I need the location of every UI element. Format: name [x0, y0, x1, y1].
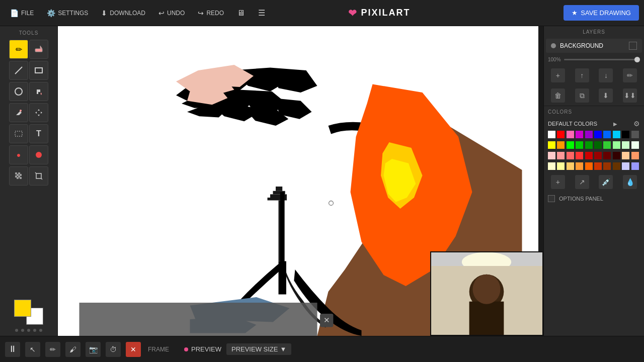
color-swatch[interactable]	[548, 141, 555, 149]
fill-palette-button[interactable]: 💧	[623, 175, 637, 189]
shading-tool[interactable]	[29, 145, 48, 164]
color-swatch[interactable]	[576, 152, 583, 159]
svg-rect-7	[15, 131, 22, 136]
pencil-tool[interactable]: ✏	[9, 40, 28, 59]
color-swatch[interactable]	[567, 162, 574, 170]
svg-point-8	[36, 152, 42, 158]
color-swatch[interactable]	[585, 131, 593, 138]
text-tool[interactable]: T	[29, 124, 48, 143]
opacity-slider-track[interactable]	[564, 59, 640, 60]
color-swatch[interactable]	[576, 131, 583, 138]
color-swatch[interactable]	[613, 141, 620, 149]
tool-row-4	[9, 103, 48, 122]
display-button[interactable]: 🖥	[232, 6, 250, 20]
color-swatch[interactable]	[613, 162, 620, 170]
color-swatch[interactable]	[622, 162, 629, 170]
marquee-tool[interactable]	[9, 124, 28, 143]
move-layer-up-button[interactable]: ↑	[575, 68, 589, 82]
color-swatch[interactable]	[594, 131, 602, 138]
eraser-tool[interactable]	[29, 40, 48, 59]
pencil-tool-bottom[interactable]: ✏	[45, 342, 60, 357]
close-button[interactable]: ✕	[126, 342, 141, 357]
move-tool[interactable]	[29, 103, 48, 122]
flatten-layer-button[interactable]: ⬇⬇	[623, 88, 637, 103]
color-swatch[interactable]	[622, 152, 629, 159]
save-drawing-button[interactable]: ★ SAVE DRAWING	[564, 5, 639, 21]
color-swatch[interactable]	[567, 141, 574, 149]
color-swatch[interactable]	[603, 162, 611, 170]
paintbucket-tool[interactable]: ●	[9, 145, 28, 164]
brush-tool-bottom[interactable]: 🖌	[65, 342, 80, 357]
opacity-slider-thumb[interactable]	[634, 57, 640, 62]
color-swatch[interactable]	[567, 131, 574, 138]
crop-tool[interactable]	[29, 166, 48, 186]
color-swatch[interactable]	[622, 131, 629, 138]
background-layer-item[interactable]: BACKGROUND	[546, 39, 642, 53]
color-swatch[interactable]	[603, 131, 611, 138]
duplicate-layer-button[interactable]: ⧉	[575, 88, 589, 103]
color-swatch[interactable]	[594, 141, 602, 149]
file-button[interactable]: 📄 FILE	[5, 7, 39, 20]
foreground-color-swatch[interactable]	[14, 300, 31, 317]
color-swatch[interactable]	[613, 131, 620, 138]
redo-button[interactable]: ↪ REDO	[193, 7, 229, 20]
layers-header: LAYERS	[544, 26, 644, 38]
color-swatch[interactable]	[594, 152, 602, 159]
color-swatch[interactable]	[594, 162, 602, 170]
color-swatch[interactable]	[631, 162, 639, 170]
svg-rect-46	[268, 198, 287, 201]
svg-rect-17	[36, 173, 41, 178]
undo-button[interactable]: ↩ UNDO	[153, 7, 190, 20]
line-tool[interactable]	[9, 61, 28, 80]
color-swatch[interactable]	[557, 131, 565, 138]
preview-size-button[interactable]: PREVIEW SIZE ▼	[226, 343, 291, 355]
color-swatch[interactable]	[631, 131, 639, 138]
color-swatch[interactable]	[622, 141, 629, 149]
dither-tool[interactable]	[9, 166, 28, 186]
merge-layer-button[interactable]: ⬇	[599, 88, 613, 103]
options-panel-label: OPTIONS PANEL	[559, 196, 603, 202]
color-swatch[interactable]	[567, 152, 574, 159]
color-swatch[interactable]	[585, 152, 593, 159]
color-swatch[interactable]	[576, 162, 583, 170]
camera-tool-bottom[interactable]: 📷	[86, 342, 101, 357]
colors-section-header: COLORS	[544, 106, 644, 118]
clock-tool-bottom[interactable]: ⏱	[106, 342, 121, 357]
color-swatch[interactable]	[585, 141, 593, 149]
color-swatch[interactable]	[585, 162, 593, 170]
fill-tool[interactable]	[29, 82, 48, 101]
color-swatch[interactable]	[557, 141, 565, 149]
add-layer-button[interactable]: +	[551, 68, 565, 82]
color-swatch[interactable]	[548, 152, 555, 159]
color-swatch[interactable]	[603, 141, 611, 149]
pause-button[interactable]: ⏸	[5, 342, 20, 357]
menu-button[interactable]: ☰	[253, 6, 270, 20]
color-swatch[interactable]	[548, 162, 555, 170]
delete-layer-button[interactable]: 🗑	[551, 88, 565, 103]
color-swatch[interactable]	[631, 152, 639, 159]
color-swatch[interactable]	[603, 152, 611, 159]
color-swatch[interactable]	[557, 152, 565, 159]
color-swatch[interactable]	[576, 141, 583, 149]
color-swatch[interactable]	[557, 162, 565, 170]
svg-point-5	[20, 110, 22, 112]
rectangle-tool[interactable]	[29, 61, 48, 80]
svg-line-2	[15, 67, 22, 74]
move-layer-down-button[interactable]: ↓	[599, 68, 613, 82]
edit-layer-button[interactable]: ✏	[623, 68, 637, 82]
settings-button[interactable]: ⚙️ SETTINGS	[42, 7, 93, 20]
options-panel-checkbox[interactable]	[548, 195, 555, 202]
share-palette-button[interactable]: ↗	[575, 175, 589, 189]
download-button[interactable]: ⬇ DOWNLOAD	[96, 7, 150, 20]
color-swatch[interactable]	[613, 152, 620, 159]
select-tool-bottom[interactable]: ↖	[25, 342, 40, 357]
options-panel-row: OPTIONS PANEL	[544, 192, 644, 205]
circle-tool[interactable]	[9, 82, 28, 101]
default-colors-options-button[interactable]: ⚙	[633, 120, 640, 128]
undo-icon: ↩	[158, 9, 165, 17]
color-swatch[interactable]	[548, 131, 555, 138]
color-swatch[interactable]	[631, 141, 639, 149]
eyedropper-palette-button[interactable]: 💉	[599, 175, 613, 189]
add-color-button[interactable]: +	[551, 175, 565, 189]
eyedropper-tool[interactable]	[9, 103, 28, 122]
